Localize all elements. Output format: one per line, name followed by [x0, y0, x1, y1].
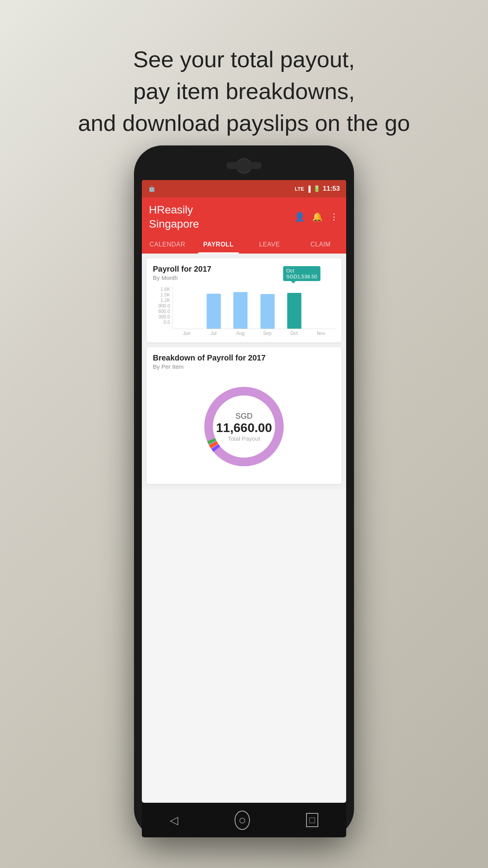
tagline-line3: and download payslips on the go — [78, 110, 410, 136]
time-display: 11:53 — [323, 185, 340, 193]
tagline-line1: See your total payout, — [133, 46, 355, 72]
bars-container: Oct SGD1,538.50 — [172, 287, 335, 329]
y-label-2: 1.5K — [153, 292, 170, 298]
network-icon: LTE — [295, 186, 304, 192]
status-right: LTE ▐ 🔋 11:53 — [295, 185, 340, 193]
x-label-sep: Sep — [256, 331, 278, 336]
status-left: 🤖 — [148, 185, 156, 192]
y-label-3: 1.2K — [153, 298, 170, 303]
phone-earpiece — [226, 162, 262, 169]
tab-calendar[interactable]: CALENDAR — [142, 235, 193, 254]
chart-area: 1.8K 1.5K 1.2K 900.0 600.0 300.0 0.0 — [153, 287, 335, 336]
signal-icon: ▐ — [306, 186, 311, 192]
bar-sep-fill — [261, 294, 275, 329]
y-label-5: 600.0 — [153, 309, 170, 314]
bars-area: Oct SGD1,538.50 J — [172, 287, 335, 336]
tagline-section: See your total payout, pay item breakdow… — [0, 43, 488, 139]
y-label-1: 1.8K — [153, 287, 170, 292]
app-title-line2: Singapore — [149, 217, 199, 231]
x-label-jun: Jun — [176, 331, 198, 336]
phone-screen: 🤖 LTE ▐ 🔋 11:53 HReasily Singapore 👤 🔔 ⋮ — [142, 180, 346, 803]
bar-jun — [176, 287, 198, 329]
recent-button[interactable]: □ — [306, 813, 318, 827]
y-label-7: 0.0 — [153, 320, 170, 325]
phone-nav-bar: ◁ ○ □ — [142, 803, 346, 837]
phone-device: 🤖 LTE ▐ 🔋 11:53 HReasily Singapore 👤 🔔 ⋮ — [134, 145, 354, 837]
breakdown-chart-card: Breakdown of Payroll for 2017 By Per Ite… — [147, 347, 341, 484]
bar-oct-fill — [287, 293, 301, 329]
back-button[interactable]: ◁ — [170, 814, 178, 827]
tab-payroll[interactable]: PAYROLL — [193, 235, 244, 254]
tabs-bar: CALENDAR PAYROLL LEAVE CLAIM — [142, 235, 346, 254]
header-actions: 👤 🔔 ⋮ — [294, 212, 339, 222]
bar-jul-fill — [207, 294, 221, 329]
bar-jul — [203, 287, 225, 329]
y-axis: 1.8K 1.5K 1.2K 900.0 600.0 300.0 0.0 — [153, 287, 170, 336]
app-icon: 🤖 — [148, 185, 156, 192]
x-label-oct: Oct — [283, 331, 305, 336]
bar-sep — [257, 287, 279, 329]
bar-tooltip: Oct SGD1,538.50 — [283, 266, 320, 281]
battery-icon: 🔋 — [313, 185, 321, 192]
breakdown-title: Breakdown of Payroll for 2017 — [153, 353, 335, 362]
donut-amount: 11,660.00 — [216, 420, 272, 435]
home-button[interactable]: ○ — [235, 811, 250, 830]
payroll-chart-card: Payroll for 2017 By Month 1.8K 1.5K 1.2K… — [147, 258, 341, 342]
status-bar: 🤖 LTE ▐ 🔋 11:53 — [142, 180, 346, 197]
bar-nov — [310, 287, 332, 329]
app-title: HReasily Singapore — [149, 203, 199, 232]
donut-label: Total Payout — [216, 435, 272, 441]
bar-oct: Oct SGD1,538.50 — [283, 287, 305, 329]
y-label-4: 900.0 — [153, 303, 170, 309]
profile-icon[interactable]: 👤 — [294, 212, 305, 222]
donut-center: SGD 11,660.00 Total Payout — [216, 411, 272, 441]
x-labels: Jun Jul Aug Sep Oct Nov — [172, 329, 335, 336]
x-label-nov: Nov — [310, 331, 332, 336]
donut-currency: SGD — [216, 411, 272, 420]
tagline-line2: pay item breakdowns, — [133, 78, 355, 104]
tab-leave[interactable]: LEAVE — [244, 235, 295, 254]
donut-container: SGD 11,660.00 Total Payout — [153, 375, 335, 478]
x-label-aug: Aug — [229, 331, 251, 336]
bar-aug-fill — [233, 292, 248, 329]
app-title-line1: HReasily — [149, 203, 199, 217]
tooltip-value: SGD1,538.50 — [286, 274, 317, 280]
more-icon[interactable]: ⋮ — [330, 212, 339, 222]
x-label-jul: Jul — [202, 331, 224, 336]
breakdown-subtitle: By Per Item — [153, 363, 335, 370]
tab-claim[interactable]: CLAIM — [295, 235, 346, 254]
tagline-text: See your total payout, pay item breakdow… — [0, 43, 488, 139]
y-label-6: 300.0 — [153, 314, 170, 320]
app-header: HReasily Singapore 👤 🔔 ⋮ — [142, 197, 346, 235]
bar-aug — [229, 287, 251, 329]
notification-icon[interactable]: 🔔 — [312, 212, 323, 222]
screen-content: Payroll for 2017 By Month 1.8K 1.5K 1.2K… — [142, 254, 346, 489]
tooltip-month: Oct — [286, 268, 294, 274]
